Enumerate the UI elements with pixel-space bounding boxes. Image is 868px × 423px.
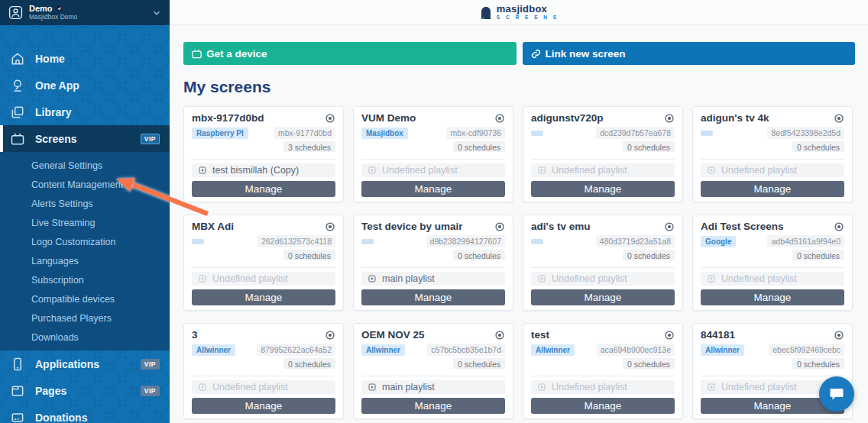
- sidebar-subitem-logo-customization[interactable]: Logo Customization: [0, 232, 170, 251]
- playlist-row[interactable]: Undefined playlist: [701, 272, 844, 286]
- sidebar-subitem-purchased-players[interactable]: Purchased Players: [0, 308, 170, 328]
- manage-button[interactable]: Manage: [361, 181, 505, 197]
- sidebar-item-screens[interactable]: ScreensVIP: [0, 125, 170, 152]
- playlist-row[interactable]: Undefined playlist: [531, 380, 675, 394]
- screen-status-icon[interactable]: [325, 330, 335, 341]
- screen-status-icon[interactable]: [325, 113, 335, 124]
- chevron-down-icon[interactable]: [151, 8, 162, 18]
- device-id: adb4d5161a9f94e0: [767, 235, 844, 247]
- sidebar-subitem-downloads[interactable]: Downloads: [0, 328, 170, 347]
- schedules-badge: 0 schedules: [792, 141, 844, 152]
- schedules-badge: 0 schedules: [792, 250, 844, 260]
- manage-button[interactable]: Manage: [531, 289, 675, 305]
- card-meta-row: 262d6132573c4118: [192, 236, 335, 247]
- sidebar-item-home[interactable]: Home: [0, 45, 170, 72]
- device-brand-badge: Allwinner: [701, 344, 744, 356]
- screen-name: mbx-9177d0bd: [192, 112, 264, 124]
- playlist-row[interactable]: Undefined playlist: [192, 380, 335, 394]
- screen-card: Test device by umaird9b23829941276070 sc…: [353, 215, 513, 311]
- sidebar: Demo Masjidbox Demo HomeOne AppLibrarySc…: [0, 0, 170, 423]
- screen-status-icon[interactable]: [834, 221, 844, 232]
- sidebar-subitem-live-streaming[interactable]: Live Streaming: [0, 213, 170, 232]
- manage-button[interactable]: Manage: [701, 181, 844, 197]
- brand-name: masjidbox: [497, 4, 559, 14]
- sidebar-item-label: Screens: [35, 133, 76, 145]
- playlist-label: Undefined playlist: [552, 165, 627, 176]
- manage-button[interactable]: Manage: [192, 289, 335, 305]
- playlist-row[interactable]: Undefined playlist: [701, 163, 844, 177]
- schedules-badge: 0 schedules: [623, 141, 675, 152]
- manage-button[interactable]: Manage: [361, 289, 505, 305]
- playlist-row[interactable]: Undefined playlist: [192, 272, 335, 286]
- manage-button[interactable]: Manage: [531, 181, 675, 197]
- card-header: MBX Adi: [192, 221, 335, 232]
- manage-button[interactable]: Manage: [192, 181, 335, 197]
- screen-status-icon[interactable]: [325, 221, 335, 232]
- sidebar-item-pages[interactable]: PagesVIP: [0, 377, 170, 404]
- card-divider: [192, 376, 335, 376]
- manage-button[interactable]: Manage: [531, 398, 675, 414]
- schedules-badge: 0 schedules: [453, 250, 505, 260]
- sidebar-item-one-app[interactable]: One App: [0, 72, 170, 98]
- card-meta-row: Raspberry PImbx-9177d0bd: [192, 128, 335, 138]
- chat-widget-button[interactable]: [819, 376, 854, 412]
- sidebar-subitem-subscription[interactable]: Subscription: [0, 270, 170, 289]
- donations-icon: [10, 410, 25, 423]
- screen-status-icon[interactable]: [834, 330, 844, 341]
- manage-button[interactable]: Manage: [361, 398, 505, 414]
- device-brand-badge: [361, 239, 374, 244]
- screen-status-icon[interactable]: [664, 330, 675, 341]
- sidebar-item-applications[interactable]: ApplicationsVIP: [0, 350, 170, 377]
- schedules-row: 0 schedules: [701, 358, 844, 369]
- screen-status-icon[interactable]: [494, 330, 505, 341]
- playlist-row[interactable]: Undefined playlist: [361, 163, 505, 177]
- sidebar-subitem-compatible-devices[interactable]: Compatible devices: [0, 289, 170, 308]
- playlist-label: main playlist: [382, 273, 435, 284]
- sidebar-subitem-general-settings[interactable]: General Settings: [0, 156, 170, 175]
- manage-button[interactable]: Manage: [701, 289, 844, 305]
- card-divider: [192, 267, 335, 268]
- card-meta-row: Allwinnerebec5f992469cebc: [701, 344, 844, 355]
- schedules-badge: 0 schedules: [283, 250, 335, 260]
- playlist-row[interactable]: Undefined playlist: [531, 272, 675, 286]
- playlist-row[interactable]: main playlist: [361, 380, 505, 394]
- device-id: 879952622ac64a52: [257, 344, 335, 356]
- sidebar-item-library[interactable]: Library: [0, 98, 170, 125]
- sidebar-subitem-content-management[interactable]: Content Management: [0, 175, 170, 194]
- library-icon: [10, 105, 25, 120]
- device-brand-badge: Masjidbox: [361, 128, 408, 139]
- screen-status-icon[interactable]: [494, 221, 505, 232]
- card-meta-row: dcd239d7b57ea678: [531, 128, 675, 138]
- screen-status-icon[interactable]: [494, 113, 505, 124]
- schedules-row: 0 schedules: [192, 250, 335, 260]
- link-new-screen-button[interactable]: Link new screen: [523, 42, 856, 65]
- play-icon: [198, 383, 207, 392]
- card-meta-row: Googleadb4d5161a9f94e0: [701, 236, 844, 247]
- tv-icon: [191, 48, 202, 60]
- get-a-device-button[interactable]: Get a device: [183, 42, 517, 65]
- one-app-icon: [10, 78, 25, 93]
- screen-status-icon[interactable]: [664, 113, 675, 124]
- playlist-row[interactable]: Undefined playlist: [531, 163, 675, 177]
- screen-name: OEM NOV 25: [361, 329, 425, 341]
- device-brand-badge: [531, 239, 543, 244]
- pages-icon: [10, 383, 25, 399]
- card-header: adi's tv emu: [531, 221, 675, 232]
- account-switcher[interactable]: Demo Masjidbox Demo: [0, 0, 170, 25]
- sidebar-subitem-alerts-settings[interactable]: Alerts Settings: [0, 194, 170, 213]
- screen-status-icon[interactable]: [664, 221, 675, 232]
- main-content: masjidbox S C R E E N S Get a device Lin…: [170, 0, 868, 423]
- playlist-row[interactable]: main playlist: [361, 272, 505, 286]
- card-header: OEM NOV 25: [361, 329, 505, 341]
- playlist-label: main playlist: [382, 382, 435, 392]
- masjidbox-logo: masjidbox S C R E E N S: [479, 4, 559, 21]
- device-id: 480d3719d23a51a8: [596, 235, 675, 247]
- screen-status-icon[interactable]: [834, 113, 844, 124]
- manage-button[interactable]: Manage: [192, 398, 335, 414]
- page-title: My screens: [170, 65, 868, 106]
- schedules-row: 0 schedules: [531, 141, 675, 152]
- sidebar-subitem-languages[interactable]: Languages: [0, 251, 170, 270]
- screens-grid: mbx-9177d0bdRaspberry PImbx-9177d0bd3 sc…: [170, 106, 868, 419]
- playlist-row[interactable]: test bismillah (Copy): [192, 163, 335, 177]
- sidebar-item-donations[interactable]: Donations: [0, 404, 170, 423]
